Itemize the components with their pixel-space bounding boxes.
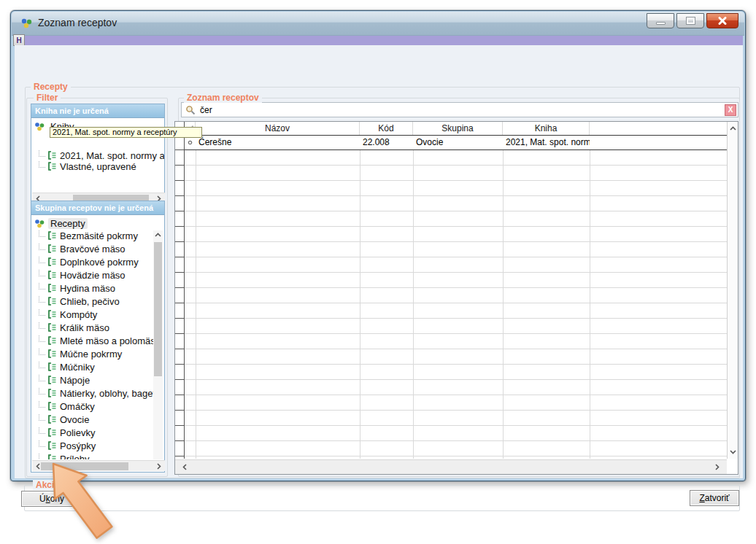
search-input[interactable] xyxy=(200,104,725,116)
book-panel-header: Kniha nie je určená xyxy=(31,104,164,118)
recipes-group-label: Zoznam receptov xyxy=(184,93,262,103)
book-icon xyxy=(47,376,57,384)
tree-item-group[interactable]: Králik mäso xyxy=(31,321,164,334)
book-icon xyxy=(47,323,57,332)
scroll-up-icon[interactable] xyxy=(729,125,737,133)
tree-connector xyxy=(39,296,45,303)
book-icon xyxy=(47,349,57,358)
tree-item-group[interactable]: Nápoje xyxy=(31,373,164,386)
app-window: Zoznam receptov H Recepty Filter Zoznam … xyxy=(10,10,746,481)
filter-group-label: Filter xyxy=(34,93,61,103)
tree-item-group[interactable]: Omáčky xyxy=(31,400,164,413)
tree-item-label: Králik mäso xyxy=(60,322,109,333)
tree-connector xyxy=(39,427,45,434)
minimize-icon xyxy=(656,22,666,25)
scroll-right-icon[interactable] xyxy=(155,462,163,470)
close-button[interactable] xyxy=(706,13,738,28)
tree-item-label: Nátierky, oblohy, bagety xyxy=(60,388,161,399)
tree-item-group[interactable]: Hydina mäso xyxy=(31,281,164,295)
book-icon xyxy=(47,415,57,424)
tree-item-label: Bravčové mäso xyxy=(60,244,126,254)
maximize-button[interactable] xyxy=(676,13,704,28)
tree-item-group[interactable]: Hovädzie mäso xyxy=(31,268,164,281)
table-row[interactable]: Čerešne 22.008 Ovocie 2021, Mat. spot. n… xyxy=(185,135,727,150)
table-hscrollbar[interactable] xyxy=(175,459,727,474)
book-icon xyxy=(47,231,57,240)
clear-search-button[interactable]: X xyxy=(725,104,736,116)
book-icon xyxy=(47,284,57,292)
tree-item-label: Ovocie xyxy=(60,414,89,425)
tree-item-book[interactable]: Vlastné, upravené xyxy=(31,160,136,173)
minimize-button[interactable] xyxy=(647,13,674,28)
tree-connector xyxy=(39,283,45,290)
book-icon xyxy=(47,362,57,371)
scroll-right-icon[interactable] xyxy=(713,463,721,471)
tree-connector xyxy=(39,230,45,237)
search-bar: X xyxy=(181,102,738,117)
tree-item-label: Mleté mäso a polomäsi xyxy=(60,335,158,346)
search-icon xyxy=(185,105,196,115)
tree-item-group[interactable]: Múčne pokrmy xyxy=(31,347,164,360)
scroll-down-icon[interactable] xyxy=(729,448,737,456)
tree-root-label: Recepty xyxy=(48,218,88,229)
screenshot-canvas: Zoznam receptov H Recepty Filter Zoznam … xyxy=(0,0,756,544)
scroll-thumb[interactable] xyxy=(154,242,162,376)
scroll-up-icon[interactable] xyxy=(154,231,162,239)
tree-connector xyxy=(39,322,45,329)
titlebar[interactable]: Zoznam receptov xyxy=(12,12,744,36)
tree-item-group[interactable]: Chlieb, pečivo xyxy=(31,295,164,308)
tree-item-group[interactable]: Bezmäsité pokrmy xyxy=(31,229,164,242)
group-panel-vscrollbar[interactable] xyxy=(153,230,163,459)
grid-column-line xyxy=(590,135,590,459)
book-icon xyxy=(47,428,57,437)
grid-lines xyxy=(185,135,727,459)
tree-connector xyxy=(39,375,45,381)
tree-root-recepty[interactable]: Recepty xyxy=(31,217,164,229)
book-icon xyxy=(47,297,57,306)
tree-item-label: Omáčky xyxy=(60,401,95,412)
tree-item-group[interactable]: Ovocie xyxy=(31,413,164,426)
scroll-left-icon[interactable] xyxy=(181,463,189,471)
tree-root-icon xyxy=(34,219,45,228)
tree-item-label: Hydina mäso xyxy=(60,283,115,294)
book-filter-panel: Kniha nie je určená Knihy xyxy=(31,104,165,205)
caption-buttons xyxy=(647,13,738,28)
column-header-nazov[interactable]: Názov xyxy=(196,122,360,135)
tree-item-label: Polievky xyxy=(60,427,95,438)
tree-item-group[interactable]: Nátierky, oblohy, bagety xyxy=(31,386,164,400)
recipes-table: Názov Kód Skupina Kniha Čerešne xyxy=(174,121,738,475)
column-header-kod[interactable]: Kód xyxy=(360,122,413,135)
grid-column-line xyxy=(360,135,360,459)
actions-groupbox xyxy=(24,485,740,511)
zatvorit-label-key: Z xyxy=(699,493,704,503)
menu-strip xyxy=(15,36,743,45)
tree-item-group[interactable]: Mleté mäso a polomäsi xyxy=(31,334,164,347)
tree-item-group[interactable]: Bravčové mäso xyxy=(31,242,164,255)
tree-item-group[interactable]: Múčniky xyxy=(31,360,164,373)
recepty-group-label: Recepty xyxy=(31,82,71,92)
column-header-skupina[interactable]: Skupina xyxy=(413,122,503,135)
h-button[interactable]: H xyxy=(13,34,25,46)
tree-item-label: Nápoje xyxy=(60,375,90,386)
tree-item-group[interactable]: Kompóty xyxy=(31,308,164,321)
table-vscrollbar[interactable] xyxy=(727,122,738,459)
tree-item-label: Kompóty xyxy=(60,309,97,320)
tree-item-label: Múčne pokrmy xyxy=(60,349,122,360)
window-title: Zoznam receptov xyxy=(38,17,117,28)
tree-item-label: Vlastné, upravené xyxy=(60,161,136,172)
book-icon xyxy=(47,244,57,253)
row-indicator-column xyxy=(175,135,185,459)
group-filter-panel: Skupina receptov nie je určená Recepty xyxy=(31,201,165,473)
cell-kod: 22.008 xyxy=(363,136,411,149)
tree-item-label: Doplnkové pokrmy xyxy=(60,257,139,268)
cell-skupina: Ovocie xyxy=(416,136,502,149)
zatvorit-button[interactable]: Zatvoriť xyxy=(690,490,739,506)
zatvorit-label-post: atvoriť xyxy=(705,493,730,503)
column-header-kniha[interactable]: Kniha xyxy=(503,122,590,135)
tree-item-label: Múčniky xyxy=(60,362,95,373)
column-header-filler xyxy=(590,122,727,135)
book-icon xyxy=(47,271,57,279)
cell-kniha: 2021, Mat. spot. normy a xyxy=(506,136,590,149)
app-icon xyxy=(20,18,34,29)
tree-item-group[interactable]: Doplnkové pokrmy xyxy=(31,255,164,268)
